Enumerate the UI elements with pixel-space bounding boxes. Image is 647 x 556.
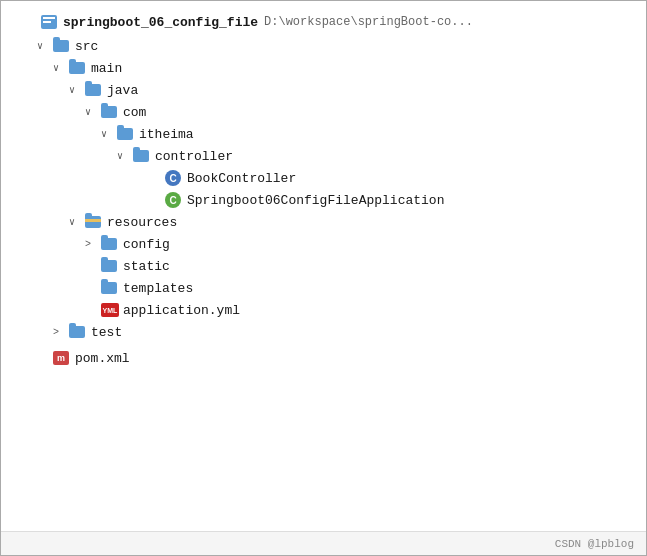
folder-icon-com [101, 104, 119, 120]
project-icon [41, 14, 59, 30]
tree-item-java[interactable]: java [5, 79, 642, 101]
pom-icon: m [53, 350, 71, 366]
tree-item-appyml[interactable]: YML application.yml [5, 299, 642, 321]
tree-item-bookcontroller[interactable]: C BookController [5, 167, 642, 189]
root-label: springboot_06_config_file [63, 15, 258, 30]
tree-item-src[interactable]: src [5, 35, 642, 57]
folder-icon-itheima [117, 126, 135, 142]
credit-text: CSDN @lpblog [555, 538, 634, 550]
tree-item-config[interactable]: config [5, 233, 642, 255]
folder-icon-templates [101, 280, 119, 296]
label-main: main [91, 61, 122, 76]
label-resources: resources [107, 215, 177, 230]
folder-icon-test [69, 324, 87, 340]
label-bookcontroller: BookController [187, 171, 296, 186]
yaml-icon: YML [101, 302, 119, 318]
tree-item-controller[interactable]: controller [5, 145, 642, 167]
folder-icon-config [101, 236, 119, 252]
arrow-java [69, 84, 85, 96]
folder-icon-static [101, 258, 119, 274]
springapp-icon: C [165, 192, 183, 208]
label-static: static [123, 259, 170, 274]
label-controller: controller [155, 149, 233, 164]
tree-item-main[interactable]: main [5, 57, 642, 79]
tree-item-resources[interactable]: resources [5, 211, 642, 233]
arrow-controller [117, 150, 133, 162]
folder-icon-main [69, 60, 87, 76]
folder-icon-java [85, 82, 103, 98]
label-config: config [123, 237, 170, 252]
file-tree: springboot_06_config_file D:\workspace\s… [1, 1, 646, 531]
tree-item-com[interactable]: com [5, 101, 642, 123]
bottom-bar: CSDN @lpblog [1, 531, 646, 555]
label-test: test [91, 325, 122, 340]
label-templates: templates [123, 281, 193, 296]
label-springapp: Springboot06ConfigFileApplication [187, 193, 444, 208]
label-java: java [107, 83, 138, 98]
tree-item-static[interactable]: static [5, 255, 642, 277]
label-appyml: application.yml [123, 303, 240, 318]
arrow-com [85, 106, 101, 118]
tree-item-templates[interactable]: templates [5, 277, 642, 299]
tree-item-root[interactable]: springboot_06_config_file D:\workspace\s… [5, 9, 642, 35]
folder-icon-src [53, 38, 71, 54]
project-window: springboot_06_config_file D:\workspace\s… [0, 0, 647, 556]
arrow-config [85, 239, 101, 250]
folder-icon-resources [85, 214, 103, 230]
label-src: src [75, 39, 98, 54]
root-path: D:\workspace\springBoot-co... [264, 15, 473, 29]
tree-item-pomxml[interactable]: m pom.xml [5, 347, 642, 369]
arrow-test [53, 327, 69, 338]
class-icon-bookcontroller: C [165, 170, 183, 186]
label-com: com [123, 105, 146, 120]
arrow-itheima [101, 128, 117, 140]
arrow-resources [69, 216, 85, 228]
folder-icon-controller [133, 148, 151, 164]
tree-item-springapp[interactable]: C Springboot06ConfigFileApplication [5, 189, 642, 211]
arrow-main [53, 62, 69, 74]
tree-item-test[interactable]: test [5, 321, 642, 343]
label-pomxml: pom.xml [75, 351, 130, 366]
tree-item-itheima[interactable]: itheima [5, 123, 642, 145]
label-itheima: itheima [139, 127, 194, 142]
arrow-src [37, 40, 53, 52]
